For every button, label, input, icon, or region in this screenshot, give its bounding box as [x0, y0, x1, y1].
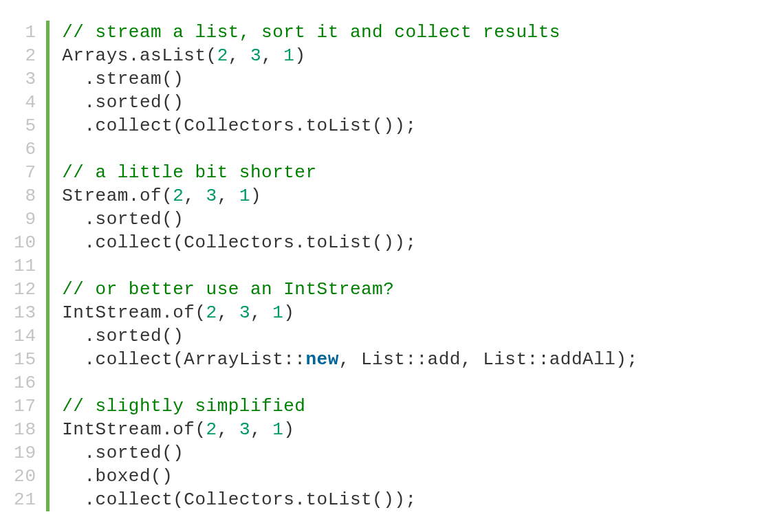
code-line: IntStream.of(2, 3, 1)	[62, 301, 638, 324]
code-line: .collect(Collectors.toList());	[62, 488, 638, 511]
code-token: .collect(Collectors.toList());	[62, 115, 416, 136]
code-token: Arrays.asList(	[62, 45, 217, 66]
code-token: .stream()	[62, 69, 184, 89]
code-token: IntStream.of(	[62, 419, 206, 440]
code-token: 3	[206, 186, 217, 206]
line-number: 14	[14, 324, 36, 348]
code-token: // a little bit shorter	[62, 162, 316, 183]
code-line	[62, 371, 638, 395]
code-line: // a little bit shorter	[62, 161, 638, 184]
code-token: 2	[217, 45, 228, 66]
code-token: .collect(ArrayList::	[62, 349, 305, 370]
line-number: 2	[14, 44, 36, 67]
code-token: 1	[272, 419, 283, 440]
code-token: ,	[228, 45, 250, 66]
line-number: 19	[14, 441, 36, 465]
code-token: .sorted()	[62, 209, 184, 230]
code-token: 1	[283, 45, 294, 66]
line-number: 4	[14, 91, 36, 114]
code-line	[62, 137, 638, 161]
code-token: 3	[239, 302, 250, 323]
code-token: .boxed()	[62, 466, 173, 487]
code-line: Arrays.asList(2, 3, 1)	[62, 44, 638, 67]
line-number: 21	[14, 488, 36, 511]
code-block: 123456789101112131415161718192021 // str…	[0, 0, 784, 532]
code-token: )	[283, 302, 294, 323]
code-token: 2	[206, 419, 217, 440]
line-number: 10	[14, 231, 36, 254]
code-token: 3	[239, 419, 250, 440]
code-token: .sorted()	[62, 326, 184, 346]
code-line: .collect(ArrayList::new, List::add, List…	[62, 348, 638, 371]
code-content: // stream a list, sort it and collect re…	[62, 21, 638, 511]
line-number: 15	[14, 348, 36, 371]
code-token: IntStream.of(	[62, 302, 206, 323]
line-number: 18	[14, 418, 36, 441]
code-token: 1	[239, 186, 250, 206]
code-token: 3	[250, 45, 261, 66]
code-token: )	[250, 186, 261, 206]
code-token: ,	[217, 302, 239, 323]
line-number: 7	[14, 161, 36, 184]
code-token: // stream a list, sort it and collect re…	[62, 22, 560, 43]
code-token: new	[305, 349, 338, 370]
code-line: .collect(Collectors.toList());	[62, 231, 638, 254]
code-line: .sorted()	[62, 91, 638, 114]
line-number: 8	[14, 184, 36, 208]
code-line	[62, 254, 638, 278]
code-line: // slightly simplified	[62, 395, 638, 418]
code-token: )	[294, 45, 305, 66]
code-token: // slightly simplified	[62, 396, 305, 417]
line-number: 12	[14, 278, 36, 301]
line-number: 3	[14, 67, 36, 91]
code-line: Stream.of(2, 3, 1)	[62, 184, 638, 208]
code-line: // or better use an IntStream?	[62, 278, 638, 301]
code-token: ,	[250, 302, 272, 323]
code-token: , List::add, List::addAll);	[339, 349, 638, 370]
code-token: // or better use an IntStream?	[62, 279, 394, 300]
code-token: .collect(Collectors.toList());	[62, 489, 416, 510]
line-number: 1	[14, 21, 36, 44]
line-number: 9	[14, 208, 36, 231]
gutter-divider	[46, 21, 50, 511]
code-line: .stream()	[62, 67, 638, 91]
code-line: .sorted()	[62, 324, 638, 348]
line-number: 16	[14, 371, 36, 395]
code-line: .boxed()	[62, 465, 638, 488]
line-number: 17	[14, 395, 36, 418]
code-token: ,	[184, 186, 206, 206]
line-number: 11	[14, 254, 36, 278]
line-number: 13	[14, 301, 36, 324]
code-token: ,	[217, 186, 239, 206]
code-token: 2	[173, 186, 184, 206]
code-token: ,	[250, 419, 272, 440]
code-token: ,	[261, 45, 283, 66]
code-token: .sorted()	[62, 443, 184, 463]
code-token: ,	[217, 419, 239, 440]
line-number: 6	[14, 137, 36, 161]
code-token: .sorted()	[62, 92, 184, 113]
code-token: 2	[206, 302, 217, 323]
code-token: .collect(Collectors.toList());	[62, 232, 416, 253]
line-number: 20	[14, 465, 36, 488]
code-line: .sorted()	[62, 441, 638, 465]
code-line: IntStream.of(2, 3, 1)	[62, 418, 638, 441]
line-number: 5	[14, 114, 36, 137]
code-line: .collect(Collectors.toList());	[62, 114, 638, 137]
code-token: )	[283, 419, 294, 440]
line-number-gutter: 123456789101112131415161718192021	[14, 21, 46, 511]
code-token: Stream.of(	[62, 186, 173, 206]
code-line: .sorted()	[62, 208, 638, 231]
code-line: // stream a list, sort it and collect re…	[62, 21, 638, 44]
code-token: 1	[272, 302, 283, 323]
